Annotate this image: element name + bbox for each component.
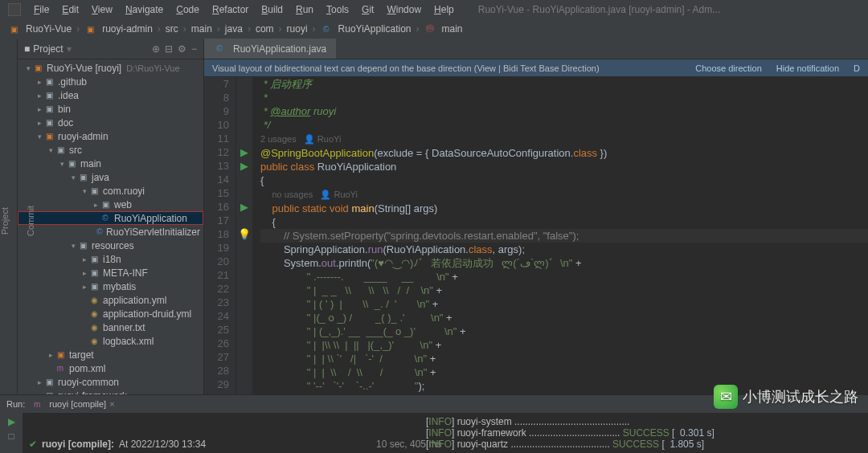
tree--idea[interactable]: ▸▣.idea — [18, 88, 203, 102]
run-tab[interactable]: m ruoyi [compile] × — [31, 398, 114, 410]
notification-more-link[interactable]: D — [854, 63, 860, 73]
notification-text: Visual layout of bidirectional text can … — [212, 63, 600, 73]
bc-dir[interactable]: com — [256, 23, 274, 35]
project-title: ■Project▾ — [24, 43, 72, 55]
menu-tools[interactable]: Tools — [321, 2, 354, 17]
bc-dir[interactable]: java — [225, 23, 243, 35]
tab-project[interactable]: Project — [0, 207, 10, 235]
tree-doc[interactable]: ▸▣doc — [18, 116, 203, 129]
tree-src[interactable]: ▾▣src — [18, 143, 203, 157]
tree-java[interactable]: ▾▣java — [18, 170, 203, 184]
menu-navigate[interactable]: Navigate — [121, 2, 168, 17]
tree-target[interactable]: ▸▣target — [18, 348, 203, 361]
editor: © RuoYiApplication.java Visual layout of… — [204, 39, 868, 394]
project-actions: ⊕ ⊟ ⚙ − — [152, 43, 197, 55]
tree-bin[interactable]: ▸▣bin — [18, 102, 203, 116]
bc-root[interactable]: ▣RuoYi-Vue — [8, 23, 72, 35]
tree-mybatis[interactable]: ▸▣mybatis — [18, 280, 203, 293]
class-icon: © — [214, 43, 225, 55]
bc-dir[interactable]: ruoyi — [287, 23, 308, 35]
editor-tab[interactable]: © RuoYiApplication.java — [204, 39, 336, 59]
tree-web[interactable]: ▸▣web — [18, 198, 203, 211]
menu-build[interactable]: Build — [256, 2, 288, 17]
tree-meta-inf[interactable]: ▸▣META-INF — [18, 266, 203, 280]
bc-dir[interactable]: main — [191, 23, 212, 35]
bulb-icon[interactable]: 💡 — [238, 228, 251, 240]
breadcrumb: ▣RuoYi-Vue › ▣ruoyi-admin › src › main ›… — [0, 18, 868, 39]
success-icon: ✔ — [29, 439, 37, 450]
tree--github[interactable]: ▸▣.github — [18, 75, 203, 88]
tab-commit[interactable]: Commit — [26, 206, 35, 236]
hide-icon[interactable]: − — [191, 43, 197, 55]
rerun-icon[interactable]: ▶ — [8, 416, 15, 427]
tree-banner-txt[interactable]: ◉banner.txt — [18, 320, 203, 334]
menu-view[interactable]: View — [87, 2, 117, 17]
line-numbers: 7891011121314151617181920212223242526272… — [204, 77, 236, 394]
tree-resources[interactable]: ▾▣resources — [18, 239, 203, 252]
tree-ruoyiservletinitializer[interactable]: ©RuoYiServletInitializer — [18, 225, 203, 239]
window-title: RuoYi-Vue - RuoYiApplication.java [ruoyi… — [478, 4, 720, 15]
tree-ruoyi-common[interactable]: ▸▣ruoyi-common — [18, 375, 203, 389]
code-area[interactable]: 7891011121314151617181920212223242526272… — [204, 77, 868, 394]
tree-ruoyiapplication[interactable]: ©RuoYiApplication — [18, 211, 203, 225]
code[interactable]: * 启动程序 * * @author ruoyi */2 usages 👤 Ru… — [252, 77, 868, 394]
hide-notification-link[interactable]: Hide notification — [776, 63, 839, 73]
menu-git[interactable]: Git — [357, 2, 379, 17]
bc-class[interactable]: ©RuoYiApplication — [321, 23, 411, 35]
project-tree[interactable]: ▾▣RuoYi-Vue [ruoyi]D:\RuoYi-Vue▸▣.github… — [18, 59, 203, 394]
tree-com-ruoyi[interactable]: ▾▣com.ruoyi — [18, 184, 203, 198]
run-gutter-icon[interactable]: ▶ — [240, 146, 248, 158]
left-tool-gutter: Project Commit — [0, 39, 18, 394]
tree-application-yml[interactable]: ◉application.yml — [18, 293, 203, 307]
tree-logback-xml[interactable]: ◉logback.xml — [18, 334, 203, 348]
bc-module[interactable]: ▣ruoyi-admin — [84, 23, 153, 35]
tree-application-druid-yml[interactable]: ◉application-druid.yml — [18, 307, 203, 320]
main-menu: FileEditViewNavigateCodeRefactorBuildRun… — [29, 2, 459, 17]
stop-icon[interactable]: □ — [8, 431, 14, 442]
tree-ruoyi-admin[interactable]: ▾▣ruoyi-admin — [18, 129, 203, 143]
tree-ruoyi-framework[interactable]: ▸▣ruoyi-framework — [18, 389, 203, 394]
bc-dir[interactable]: src — [166, 23, 178, 35]
run-gutter-icon[interactable]: ▶ — [240, 160, 248, 172]
tree-main[interactable]: ▾▣main — [18, 157, 203, 170]
gear-icon[interactable]: ⚙ — [178, 43, 186, 55]
tree-ruoyi-vue-ruoyi-[interactable]: ▾▣RuoYi-Vue [ruoyi]D:\RuoYi-Vue — [18, 61, 203, 75]
run-label: Run: — [6, 399, 25, 409]
run-gutter-icon[interactable]: ▶ — [240, 201, 248, 213]
menu-window[interactable]: Window — [382, 2, 426, 17]
run-output: [INFO] ruoyi-system ....................… — [418, 413, 868, 453]
bc-method[interactable]: ⓜmain — [424, 23, 463, 35]
menu-refactor[interactable]: Refactor — [207, 2, 253, 17]
choose-direction-link[interactable]: Choose direction — [695, 63, 762, 73]
menu-edit[interactable]: Edit — [57, 2, 84, 17]
menu-file[interactable]: File — [29, 2, 54, 17]
watermark: ✉ 小博测试成长之路 — [714, 385, 858, 409]
locate-icon[interactable]: ⊕ — [152, 43, 160, 55]
menu-run[interactable]: Run — [291, 2, 318, 17]
tree-pom-xml[interactable]: mpom.xml — [18, 361, 203, 375]
title-bar: FileEditViewNavigateCodeRefactorBuildRun… — [0, 0, 868, 18]
editor-notification: Visual layout of bidirectional text can … — [204, 59, 868, 77]
gutter-icons: ▶▶▶💡 — [236, 77, 252, 394]
menu-help[interactable]: Help — [429, 2, 459, 17]
collapse-icon[interactable]: ⊟ — [165, 43, 173, 55]
menu-code[interactable]: Code — [171, 2, 204, 17]
project-tool-window: ■Project▾ ⊕ ⊟ ⚙ − ▾▣RuoYi-Vue [ruoyi]D:\… — [18, 39, 204, 394]
wechat-icon: ✉ — [714, 385, 738, 409]
maven-icon: m — [31, 398, 43, 410]
app-logo-icon — [8, 3, 21, 16]
tree-i18n[interactable]: ▸▣i18n — [18, 252, 203, 266]
